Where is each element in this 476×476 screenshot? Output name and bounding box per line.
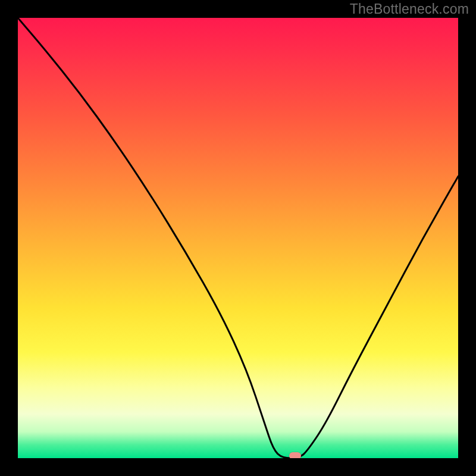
watermark-text: TheBottleneck.com bbox=[350, 1, 469, 17]
bottleneck-curve bbox=[18, 18, 458, 458]
optimal-point-marker bbox=[289, 452, 301, 458]
chart-frame: TheBottleneck.com bbox=[0, 0, 476, 476]
plot-area bbox=[18, 18, 458, 458]
